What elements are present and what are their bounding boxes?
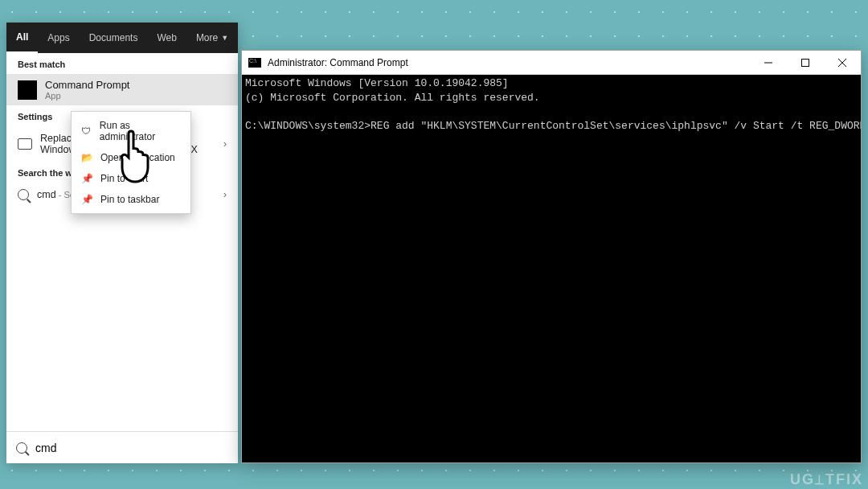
ctx-run-as-admin[interactable]: 🛡 Run as administrator bbox=[72, 115, 190, 147]
cmd-title-icon bbox=[248, 58, 261, 68]
context-menu: 🛡 Run as administrator 📂 Open file locat… bbox=[71, 111, 191, 214]
ctx-pin-to-taskbar[interactable]: 📌 Pin to taskbar bbox=[72, 189, 190, 210]
terminal-line: Microsoft Windows [Version 10.0.19042.98… bbox=[245, 77, 509, 89]
tab-web[interactable]: Web bbox=[147, 23, 186, 53]
label-best-match: Best match bbox=[6, 53, 238, 74]
search-icon bbox=[18, 189, 29, 200]
search-tab-bar: All Apps Documents Web More ▼ bbox=[6, 23, 238, 53]
ctx-label: Run as administrator bbox=[100, 120, 181, 142]
pin-icon: 📌 bbox=[81, 194, 92, 205]
cmd-window: Administrator: Command Prompt Microsoft … bbox=[241, 50, 862, 463]
result-subtitle: App bbox=[45, 91, 129, 101]
chevron-right-icon: › bbox=[223, 189, 227, 200]
tab-documents[interactable]: Documents bbox=[80, 23, 148, 53]
terminal-area[interactable]: Microsoft Windows [Version 10.0.19042.98… bbox=[242, 75, 861, 462]
result-command-prompt[interactable]: Command Prompt App bbox=[6, 74, 238, 105]
search-box[interactable] bbox=[6, 431, 238, 463]
web-query: cmd bbox=[37, 189, 56, 200]
chevron-down-icon: ▼ bbox=[221, 34, 228, 42]
ctx-label: Pin to Start bbox=[100, 173, 148, 184]
search-icon bbox=[16, 442, 27, 454]
ctx-label: Pin to taskbar bbox=[100, 194, 159, 205]
ctx-label: Open file location bbox=[100, 152, 175, 163]
shield-icon: 🛡 bbox=[81, 125, 92, 137]
tab-apps[interactable]: Apps bbox=[38, 23, 79, 53]
close-button[interactable] bbox=[824, 51, 861, 75]
minimize-button[interactable] bbox=[750, 51, 787, 75]
tab-more[interactable]: More ▼ bbox=[186, 23, 238, 53]
chevron-right-icon: › bbox=[223, 138, 227, 150]
tab-more-label: More bbox=[196, 32, 218, 43]
search-input[interactable] bbox=[35, 442, 228, 454]
svg-rect-1 bbox=[802, 59, 809, 66]
tab-all[interactable]: All bbox=[6, 23, 38, 53]
folder-icon: 📂 bbox=[81, 152, 92, 163]
terminal-line: (c) Microsoft Corporation. All rights re… bbox=[245, 92, 540, 104]
terminal-prompt: C:\WINDOWS\system32> bbox=[245, 120, 371, 132]
ctx-pin-to-start[interactable]: 📌 Pin to Start bbox=[72, 168, 190, 189]
result-title: Command Prompt bbox=[45, 79, 129, 91]
terminal-command: REG add "HKLM\SYSTEM\CurrentControlSet\s… bbox=[371, 120, 861, 132]
titlebar[interactable]: Administrator: Command Prompt bbox=[242, 51, 861, 75]
ctx-open-file-location[interactable]: 📂 Open file location bbox=[72, 147, 190, 168]
window-title: Administrator: Command Prompt bbox=[268, 57, 408, 68]
windows-search-panel: All Apps Documents Web More ▼ Best match… bbox=[6, 23, 238, 463]
display-icon bbox=[18, 138, 32, 150]
watermark-text: UG⟂TFIX bbox=[790, 471, 863, 488]
cmd-app-icon bbox=[18, 80, 37, 100]
maximize-button[interactable] bbox=[787, 51, 824, 75]
pin-icon: 📌 bbox=[81, 173, 92, 184]
